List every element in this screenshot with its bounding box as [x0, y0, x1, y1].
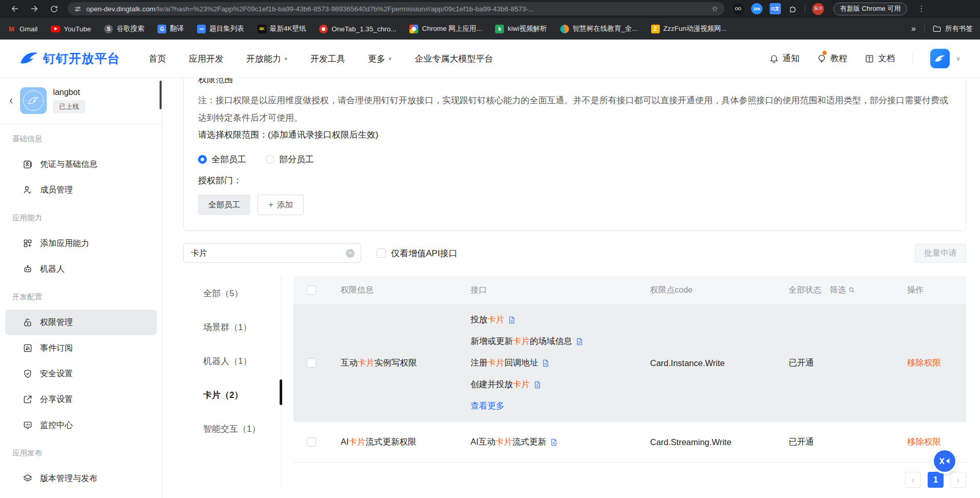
profile-avatar[interactable]: 东川: [812, 3, 824, 15]
user-avatar[interactable]: [930, 49, 950, 68]
tutorial-icon: [817, 54, 827, 64]
paid-api-filter[interactable]: 仅看增值API接口: [377, 247, 457, 259]
bookmarks-overflow-chevron[interactable]: »: [911, 24, 916, 33]
next-page-button[interactable]: ›: [950, 472, 966, 488]
radio-unselected-icon[interactable]: [266, 155, 275, 164]
docs-button[interactable]: 文档: [865, 53, 895, 64]
doc-link-icon[interactable]: [550, 438, 558, 446]
sidebar-item-members[interactable]: 成员管理: [5, 177, 157, 203]
toolbar-divider: [805, 4, 805, 13]
sidebar-item-robot[interactable]: 机器人: [5, 256, 157, 282]
floating-assistant-button[interactable]: [934, 450, 955, 472]
doc-link-icon[interactable]: [534, 381, 541, 389]
sidebar-item-permissions[interactable]: 权限管理: [5, 310, 157, 335]
bookmark-star-icon[interactable]: ☆: [712, 4, 718, 13]
bookmark-youtube[interactable]: YouTube: [51, 25, 91, 33]
extensions-puzzle-icon[interactable]: [788, 4, 797, 13]
all-bookmarks-button[interactable]: 所有书签: [933, 24, 973, 33]
category-robot[interactable]: 机器人（1）: [183, 344, 281, 378]
sidebar-item-share-settings[interactable]: 分享设置: [5, 387, 157, 412]
header-permission-code: 权限点code: [650, 285, 789, 296]
view-more-link[interactable]: 查看更多: [471, 400, 504, 412]
bookmark-gmail[interactable]: MGmail: [7, 25, 37, 33]
nav-more[interactable]: 更多∨: [368, 53, 392, 65]
chevron-down-icon: ∨: [388, 56, 392, 61]
header-api: 接口: [471, 285, 650, 296]
category-smart-interaction[interactable]: 智能交互（1）: [183, 412, 281, 446]
sidebar-item-monitor-center[interactable]: 监控中心: [5, 412, 157, 438]
add-dept-button[interactable]: + 添加: [258, 195, 304, 215]
radio-all-staff[interactable]: 全部员工: [198, 154, 246, 165]
api-item: 投放卡片: [471, 309, 650, 331]
radio-selected-icon[interactable]: [198, 155, 207, 164]
doc-link-icon[interactable]: [508, 316, 516, 324]
bookmark-translate[interactable]: G翻译: [158, 24, 184, 33]
radio-partial-staff[interactable]: 部分员工: [266, 154, 314, 165]
permission-name: AI卡片流式更新权限: [341, 436, 417, 448]
avatar-caret-icon[interactable]: ∨: [956, 55, 961, 62]
sidebar-item-add-capability[interactable]: 添加应用能力: [5, 231, 157, 256]
sidebar-item-credentials[interactable]: 凭证与基础信息: [5, 151, 157, 177]
search-box[interactable]: ✕: [183, 243, 361, 263]
menu-kebab-icon[interactable]: ⋮: [917, 4, 925, 13]
doc-link-icon[interactable]: [576, 338, 583, 346]
permission-code: Card.Streaming.Write: [650, 437, 731, 447]
nav-enterprise-llm[interactable]: 企业专属大模型平台: [415, 53, 493, 65]
bookmark-zzzfun[interactable]: ZZzzFun动漫视频网...: [651, 24, 727, 33]
nav-app-dev[interactable]: 应用开发: [189, 53, 224, 65]
status-filter-button[interactable]: 筛选: [830, 285, 855, 296]
category-scene-group[interactable]: 场景群（1）: [183, 310, 281, 344]
notice-button[interactable]: 通知: [769, 53, 799, 64]
sidebar-item-event-subscription[interactable]: 事件订阅: [5, 335, 157, 361]
reload-icon[interactable]: [47, 2, 61, 15]
bookmark-webstore[interactable]: Chrome 网上应用...: [409, 24, 482, 33]
sidebar-item-security[interactable]: 安全设置: [5, 361, 157, 387]
translate-extension-icon[interactable]: G文: [770, 3, 781, 14]
collapse-back-icon[interactable]: ‹: [9, 95, 13, 106]
bookmark-kiwi[interactable]: kkiwi视频解析: [495, 24, 547, 33]
sidebar-item-version-release[interactable]: 版本管理与发布: [5, 466, 157, 491]
tutorial-button[interactable]: 教程: [817, 53, 847, 64]
unlock-icon: [23, 317, 33, 328]
bookmark-google-search[interactable]: S谷歌搜索: [104, 24, 144, 33]
sidebar-group-release: 应用发布: [0, 440, 162, 466]
url-bar[interactable]: open-dev.dingtalk.com/fe/ai?hash=%23%2Fa…: [68, 2, 724, 15]
prev-page-button[interactable]: ‹: [905, 472, 921, 488]
batch-apply-button[interactable]: 批量申请: [915, 244, 966, 263]
remove-permission-link[interactable]: 移除权限: [907, 436, 941, 448]
nav-home[interactable]: 首页: [149, 53, 166, 65]
dept-tag-all-staff[interactable]: 全部员工: [198, 195, 250, 215]
header-divider: [912, 52, 913, 65]
search-input[interactable]: [190, 248, 346, 258]
bookmark-problem-list[interactable]: </>题目集列表: [197, 24, 244, 33]
clear-search-icon[interactable]: ✕: [346, 249, 355, 258]
bookmark-zhihuishu[interactable]: 智慧树在线教育_全...: [560, 24, 638, 33]
category-scrollbar[interactable]: [280, 379, 282, 405]
zoom-extension-icon[interactable]: zm: [751, 3, 762, 14]
sidebar-scrollbar[interactable]: [160, 81, 162, 109]
category-card[interactable]: 卡片（2）: [183, 378, 281, 412]
nav-dev-tools[interactable]: 开发工具: [310, 53, 345, 65]
forward-icon[interactable]: [28, 2, 41, 15]
remove-permission-link[interactable]: 移除权限: [907, 357, 941, 369]
doc-link-icon[interactable]: [542, 359, 550, 367]
nav-open-capability[interactable]: 开放能力∨: [246, 53, 288, 65]
row-checkbox[interactable]: [307, 358, 316, 368]
page-title: 权限范围: [198, 78, 951, 86]
header-permission-info: 权限信息: [341, 285, 471, 296]
kiwi-icon: k: [495, 25, 504, 33]
site-settings-icon[interactable]: [74, 5, 82, 13]
dingtalk-logo[interactable]: 钉钉开放平台: [19, 50, 120, 67]
category-all[interactable]: 全部（5）: [183, 276, 281, 310]
chrome-update-chip[interactable]: 有新版 Chrome 可用: [833, 3, 907, 15]
api-item: 创建并投放卡片: [471, 374, 650, 395]
goggles-extension-icon[interactable]: [733, 3, 744, 14]
current-page-button[interactable]: 1: [928, 472, 944, 488]
dingtalk-wing-icon: [934, 54, 946, 63]
bookmark-4k-wallpaper[interactable]: 4K最新4K壁纸: [258, 24, 306, 33]
bookmark-onetab[interactable]: OneTab_1.35_chro...: [319, 25, 396, 33]
checkbox[interactable]: [377, 248, 386, 258]
back-icon[interactable]: [8, 2, 22, 15]
row-checkbox[interactable]: [307, 437, 316, 447]
select-all-checkbox[interactable]: [307, 285, 316, 295]
